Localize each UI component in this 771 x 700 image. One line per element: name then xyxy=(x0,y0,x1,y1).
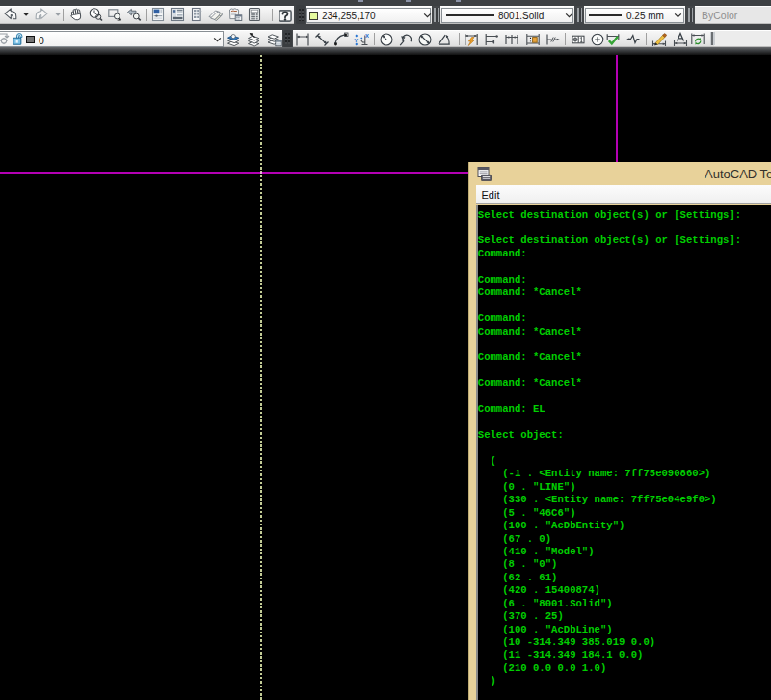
svg-text:X: X xyxy=(365,32,369,38)
svg-text:Y: Y xyxy=(354,37,358,42)
